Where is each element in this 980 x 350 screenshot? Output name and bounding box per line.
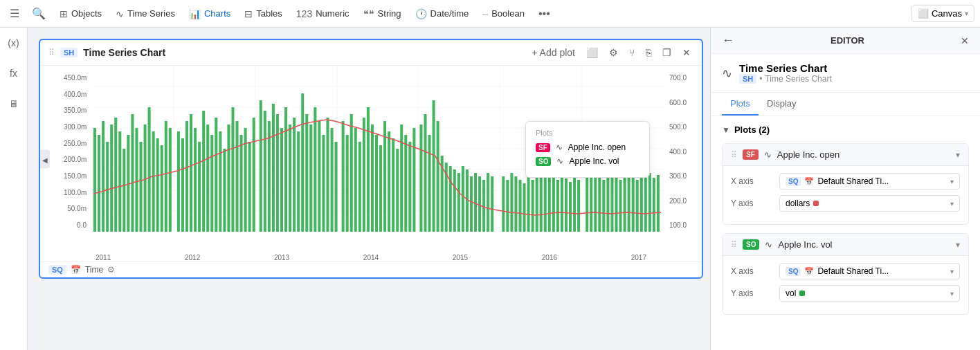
- x-label-2017: 2017: [631, 254, 646, 261]
- chart-title: Time Series Chart: [83, 47, 165, 58]
- svg-rect-61: [301, 93, 304, 232]
- collapse-left-button[interactable]: ◀: [40, 150, 50, 169]
- layout-icon[interactable]: ⬜: [583, 46, 601, 59]
- hamburger-icon[interactable]: ☰: [6, 4, 24, 23]
- svg-rect-44: [227, 125, 230, 232]
- nav-tables[interactable]: ⊟ Tables: [239, 6, 288, 22]
- chart-header: ⠿ SH Time Series Chart + Add plot ⬜ ⚙ ⑂ …: [40, 40, 702, 66]
- y-left-label-9: 0.0: [64, 221, 87, 229]
- plot-card-open-header: ⠿ SF ∿ Apple Inc. open ▾: [723, 144, 968, 166]
- chart-bottom: SQ 📅 Time ⚙: [40, 261, 702, 277]
- close-chart-icon[interactable]: ✕: [680, 46, 693, 59]
- svg-rect-66: [322, 135, 325, 232]
- settings-icon[interactable]: ⚙: [606, 46, 621, 59]
- plot-vol-xaxis-dropdown[interactable]: ▾: [950, 268, 954, 275]
- svg-rect-90: [428, 135, 431, 232]
- svg-rect-19: [118, 131, 121, 232]
- sidebar-function-icon[interactable]: fx: [6, 64, 21, 83]
- svg-rect-118: [552, 176, 555, 232]
- svg-rect-86: [408, 142, 411, 232]
- svg-rect-58: [289, 125, 291, 232]
- nav-string[interactable]: ❝❝ String: [358, 6, 407, 22]
- nav-more[interactable]: •••: [533, 5, 556, 23]
- svg-rect-78: [375, 135, 378, 232]
- panel-title-group: Time Series Chart SH • Time Series Chart: [739, 62, 832, 84]
- svg-rect-130: [606, 169, 609, 232]
- svg-rect-108: [510, 173, 513, 232]
- copy-icon[interactable]: ⎘: [643, 46, 654, 59]
- plot-open-yaxis-value[interactable]: dollars ▾: [779, 195, 960, 212]
- chart-area[interactable]: Plots SF ∿ Apple Inc. open SO ∿ Apple In…: [92, 66, 664, 252]
- charts-icon: 📊: [189, 8, 201, 19]
- plot-open-xaxis-text: Default Shared Ti...: [817, 176, 889, 186]
- svg-rect-77: [371, 125, 374, 232]
- plot-open-drag-handle[interactable]: ⠿: [731, 150, 737, 160]
- plot-vol-yaxis-text: vol: [786, 288, 796, 298]
- svg-rect-109: [514, 176, 517, 232]
- svg-rect-59: [293, 118, 296, 232]
- workspace: ⠿ SH Time Series Chart + Add plot ⬜ ⚙ ⑂ …: [28, 28, 710, 350]
- svg-rect-96: [453, 169, 456, 232]
- svg-rect-35: [190, 114, 192, 232]
- search-icon[interactable]: 🔍: [26, 4, 51, 23]
- nav-objects[interactable]: ⊞ Objects: [54, 6, 107, 22]
- nav-boolean[interactable]: ⏤ Boolean: [477, 6, 530, 22]
- branch-icon[interactable]: ⑂: [626, 46, 637, 59]
- svg-rect-107: [506, 180, 509, 232]
- svg-rect-119: [556, 180, 559, 232]
- y-left-label-4: 250.0m: [64, 140, 87, 147]
- nav-timeseries[interactable]: ∿ Time Series: [110, 6, 181, 22]
- sidebar-display-icon[interactable]: 🖥: [5, 94, 23, 113]
- plot-open-expand-icon[interactable]: ▾: [956, 150, 960, 160]
- svg-rect-42: [219, 131, 221, 232]
- svg-rect-56: [280, 128, 283, 232]
- plot-vol-yaxis-dropdown[interactable]: ▾: [950, 290, 954, 297]
- plot-vol-yaxis-value[interactable]: vol ▾: [779, 285, 960, 302]
- svg-rect-89: [424, 114, 426, 232]
- nav-numeric[interactable]: 123 Numeric: [291, 6, 355, 22]
- y-left-label-6: 150.0m: [64, 172, 87, 180]
- sidebar-variables-icon[interactable]: (x): [3, 33, 23, 53]
- nav-datetime[interactable]: 🕐 Date/time: [410, 6, 475, 22]
- tab-display[interactable]: Display: [759, 93, 805, 116]
- plot-vol-drag-handle[interactable]: ⠿: [731, 240, 737, 250]
- legend-sf-badge: SF: [536, 143, 550, 152]
- plot-vol-expand-icon[interactable]: ▾: [956, 240, 960, 250]
- svg-rect-129: [602, 180, 605, 232]
- canvas-dropdown[interactable]: ⬜ Canvas ▾: [911, 5, 974, 22]
- svg-rect-102: [478, 176, 481, 232]
- plot-open-xaxis-dropdown[interactable]: ▾: [950, 178, 954, 185]
- svg-rect-73: [354, 128, 357, 232]
- plot-open-xaxis-value[interactable]: SQ 📅 Default Shared Ti... ▾: [779, 173, 960, 190]
- plot-card-vol-body: X axis SQ 📅 Default Shared Ti... ▾ Y axi…: [723, 256, 968, 314]
- panel-subtitle: Time Series Chart: [765, 74, 831, 84]
- nav-charts[interactable]: 📊 Charts: [183, 6, 236, 22]
- svg-rect-81: [388, 131, 390, 232]
- tab-plots[interactable]: Plots: [722, 93, 759, 116]
- panel-back-button[interactable]: ←: [722, 33, 734, 48]
- svg-rect-117: [548, 173, 551, 232]
- add-plot-button[interactable]: + Add plot: [529, 46, 578, 59]
- chart-container: ⠿ SH Time Series Chart + Add plot ⬜ ⚙ ⑂ …: [39, 39, 703, 279]
- bottom-settings-icon[interactable]: ⚙: [107, 265, 115, 275]
- bottom-sq-badge: SQ: [48, 265, 66, 275]
- svg-rect-101: [474, 173, 477, 232]
- plot-vol-xaxis-value[interactable]: SQ 📅 Default Shared Ti... ▾: [779, 263, 960, 279]
- svg-rect-57: [284, 107, 287, 232]
- svg-rect-15: [102, 121, 105, 232]
- x-label-2013: 2013: [274, 254, 289, 261]
- svg-rect-41: [215, 118, 217, 232]
- legend-item-open: SF ∿ Apple Inc. open: [536, 142, 639, 152]
- x-label-2016: 2016: [542, 254, 557, 261]
- panel-close-button[interactable]: ✕: [961, 35, 969, 46]
- svg-rect-92: [437, 121, 439, 232]
- plot-open-yaxis-dropdown[interactable]: ▾: [950, 200, 954, 208]
- plots-section-header[interactable]: ▼ Plots (2): [722, 125, 969, 135]
- svg-rect-104: [487, 173, 489, 232]
- svg-rect-82: [392, 138, 394, 232]
- layers-icon[interactable]: ❐: [660, 46, 674, 59]
- svg-rect-75: [363, 118, 365, 232]
- plot-open-name: Apple Inc. open: [777, 149, 840, 160]
- svg-rect-25: [144, 125, 147, 232]
- drag-handle-icon[interactable]: ⠿: [48, 48, 55, 57]
